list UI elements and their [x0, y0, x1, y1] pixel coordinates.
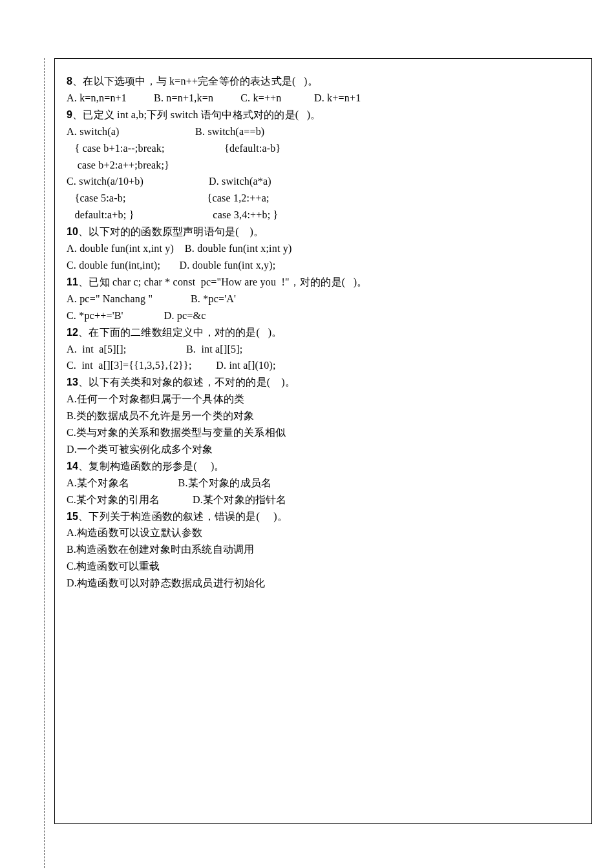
q13-b: B.类的数据成员不允许是另一个类的对象 [67, 408, 580, 424]
q15-head: 15、下列关于构造函数的叙述，错误的是( )。 [67, 508, 580, 525]
q15-text: 、下列关于构造函数的叙述，错误的是( )。 [78, 511, 288, 522]
q9-head: 9、已定义 int a,b;下列 switch 语句中格式对的的是( )。 [67, 107, 580, 123]
q14-text: 、复制构造函数的形参是( )。 [78, 460, 224, 471]
q8-opts: A. k=n,n=n+1 B. n=n+1,k=n C. k=++n D. k+… [67, 90, 580, 107]
q15-b: B.构造函数在创建对象时由系统自动调用 [67, 541, 580, 558]
q9-c3: default:a+b; } [67, 209, 134, 220]
q11-head: 11、已知 char c; char * const pc="How are y… [67, 274, 580, 291]
q8-b: B. n=n+1,k=n [154, 92, 213, 103]
q9-a1: A. switch(a) [67, 126, 120, 137]
q9-l1: A. switch(a) B. switch(a==b) [67, 123, 580, 140]
q13-d: D.一个类可被实例化成多个对象 [67, 441, 580, 458]
q13-head: 13、以下有关类和对象的叙述，不对的的是( )。 [67, 374, 580, 391]
q11-l1: A. pc=" Nanchang " B. *pc='A' [67, 291, 580, 307]
q9-l4: C. switch(a/10+b) D. switch(a*a) [67, 173, 580, 190]
page: 8、在以下选项中，与 k=n++完全等价的表达式是( )。 A. k=n,n=n… [0, 0, 614, 868]
q9-d1: D. switch(a*a) [209, 176, 271, 187]
q12-l2: C. int a[][3]={{1,3,5},{2}}; D. int a[](… [67, 357, 580, 374]
q13-num: 13 [67, 377, 78, 388]
q9-l3: case b+2:a++;break;} [67, 157, 580, 174]
q11-num: 11 [67, 276, 78, 287]
q10-l1: A. double fun(int x,int y) B. double fun… [67, 240, 580, 257]
q10-text: 、以下对的的函数原型声明语句是( )。 [78, 226, 264, 237]
q8-c: C. k=++n [240, 92, 281, 103]
q12-l1: A. int a[5][]; B. int a[][5]; [67, 341, 580, 358]
q8-d: D. k+=n+1 [314, 92, 361, 103]
q9-num: 9 [67, 109, 72, 120]
q15-a: A.构造函数可以设立默认参数 [67, 524, 580, 541]
q9-a2: { case b+1:a--;break; [67, 143, 165, 154]
q13-a: A.任何一个对象都归属于一个具体的类 [67, 391, 580, 408]
q13-text: 、以下有关类和对象的叙述，不对的的是( )。 [78, 377, 295, 388]
q12-num: 12 [67, 327, 78, 338]
q11-text: 、已知 char c; char * const pc="How are you… [78, 276, 367, 287]
q14-head: 14、复制构造函数的形参是( )。 [67, 458, 580, 475]
q8-num: 8 [67, 76, 72, 87]
q15-c: C.构造函数可以重载 [67, 558, 580, 575]
q9-c1: C. switch(a/10+b) [67, 176, 143, 187]
q8-head: 8、在以下选项中，与 k=n++完全等价的表达式是( )。 [67, 73, 580, 90]
q9-a3: case b+2:a++;break;} [67, 160, 169, 170]
q12-text: 、在下面的二维数组定义中，对的的是( )。 [78, 327, 282, 338]
q13-c: C.类与对象的关系和数据类型与变量的关系相似 [67, 424, 580, 441]
q9-d3: case 3,4:++b; } [210, 209, 278, 220]
q10-head: 10、以下对的的函数原型声明语句是( )。 [67, 223, 580, 240]
q9-text: 、已定义 int a,b;下列 switch 语句中格式对的的是( )。 [72, 109, 321, 120]
q15-d: D.构造函数可以对静态数据成员进行初始化 [67, 575, 580, 592]
q10-l2: C. double fun(int,int); D. double fun(in… [67, 257, 580, 274]
q9-l5: {case 5:a-b; {case 1,2:++a; [67, 190, 580, 207]
q14-num: 14 [67, 460, 78, 471]
q9-l2: { case b+1:a--;break; {default:a-b} [67, 140, 580, 157]
q11-l2: C. *pc++='B' D. pc=&c [67, 307, 580, 324]
q14-l1: A.某个对象名 B.某个对象的成员名 [67, 475, 580, 491]
q9-b1: B. switch(a==b) [195, 126, 264, 137]
q14-l2: C.某个对象的引用名 D.某个对象的指针名 [67, 491, 580, 508]
q9-l6: default:a+b; } case 3,4:++b; } [67, 207, 580, 223]
content-frame: 8、在以下选项中，与 k=n++完全等价的表达式是( )。 A. k=n,n=n… [54, 58, 592, 824]
q8-a: A. k=n,n=n+1 [67, 92, 127, 103]
q9-d2: {case 1,2:++a; [207, 192, 270, 203]
q15-num: 15 [67, 511, 78, 522]
q9-c2: {case 5:a-b; [67, 192, 126, 203]
q12-head: 12、在下面的二维数组定义中，对的的是( )。 [67, 324, 580, 341]
dashed-margin [44, 58, 45, 868]
q8-text: 、在以下选项中，与 k=n++完全等价的表达式是( )。 [72, 76, 318, 87]
q10-num: 10 [67, 226, 78, 237]
q9-b2: {default:a-b} [224, 143, 281, 154]
